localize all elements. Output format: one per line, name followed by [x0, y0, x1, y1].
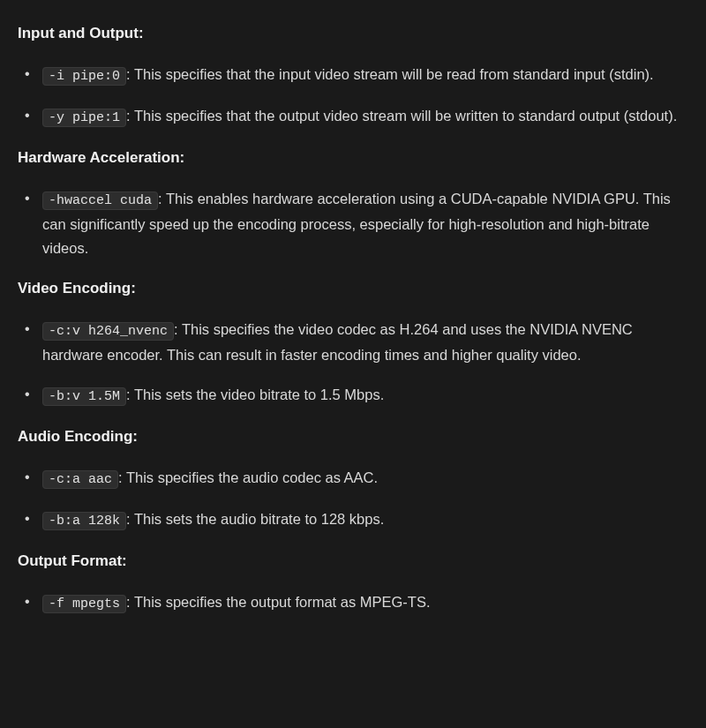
code-snippet: -y pipe:1 — [42, 109, 126, 127]
section-heading-audio-encoding: Audio Encoding: — [18, 424, 688, 448]
code-snippet: -b:v 1.5M — [42, 387, 126, 406]
code-snippet: -c:a aac — [42, 470, 118, 489]
code-snippet: -i pipe:0 — [42, 67, 126, 86]
list-item: -i pipe:0: This specifies that the input… — [18, 63, 688, 88]
list-item: -c:a aac: This specifies the audio codec… — [18, 466, 688, 492]
code-snippet: -f mpegts — [42, 595, 126, 613]
section-heading-video-encoding: Video Encoding: — [18, 276, 688, 300]
list-item: -c:v h264_nvenc: This specifies the vide… — [18, 318, 688, 367]
list-item: -y pipe:1: This specifies that the outpu… — [18, 104, 688, 130]
document-content: Input and Output: -i pipe:0: This specif… — [18, 21, 688, 616]
section-list: -c:v h264_nvenc: This specifies the vide… — [18, 318, 688, 409]
item-description: : This sets the video bitrate to 1.5 Mbp… — [126, 387, 384, 402]
list-item: -b:a 128k: This sets the audio bitrate t… — [18, 507, 688, 533]
section-list: -f mpegts: This specifies the output for… — [18, 590, 688, 616]
code-snippet: -hwaccel cuda — [42, 191, 158, 210]
list-item: -hwaccel cuda: This enables hardware acc… — [18, 187, 688, 260]
list-item: -f mpegts: This specifies the output for… — [18, 590, 688, 616]
item-description: : This specifies the audio codec as AAC. — [118, 469, 378, 485]
section-list: -c:a aac: This specifies the audio codec… — [18, 466, 688, 533]
item-description: : This specifies that the output video s… — [126, 108, 677, 124]
section-heading-output-format: Output Format: — [18, 549, 688, 573]
item-description: : This specifies the output format as MP… — [126, 594, 431, 610]
item-description: : This sets the audio bitrate to 128 kbp… — [126, 511, 384, 527]
list-item: -b:v 1.5M: This sets the video bitrate t… — [18, 383, 688, 409]
code-snippet: -b:a 128k — [42, 512, 126, 530]
section-heading-hardware-acceleration: Hardware Acceleration: — [18, 146, 688, 169]
code-snippet: -c:v h264_nvenc — [42, 322, 174, 341]
section-list: -hwaccel cuda: This enables hardware acc… — [18, 187, 688, 260]
section-heading-input-output: Input and Output: — [18, 21, 688, 45]
item-description: : This specifies that the input video st… — [126, 66, 654, 82]
section-list: -i pipe:0: This specifies that the input… — [18, 63, 688, 130]
